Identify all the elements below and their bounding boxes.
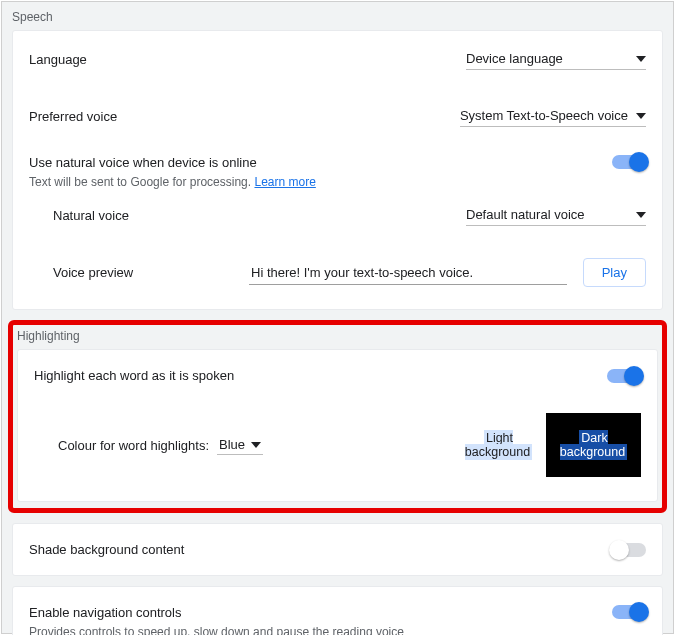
preferred-voice-value: System Text-to-Speech voice [460,108,628,123]
natural-voice-row: Natural voice Default natural voice [13,199,662,244]
shade-toggle[interactable] [612,543,646,557]
highlight-color-select[interactable]: Blue [217,435,263,455]
shade-row: Shade background content [13,524,662,575]
chevron-down-icon [251,442,261,448]
speech-section-title: Speech [2,2,673,30]
chevron-down-icon [636,56,646,62]
language-label: Language [29,52,87,67]
highlight-each-word-row: Highlight each word as it is spoken [18,350,657,401]
natural-voice-row-label: Natural voice [53,208,129,223]
highlight-color-row: Colour for word highlights: Blue Light b… [18,401,657,501]
learn-more-link[interactable]: Learn more [254,175,315,189]
speech-panel: Language Device language Preferred voice… [12,30,663,310]
nav-label: Enable navigation controls [29,605,612,620]
language-value: Device language [466,51,563,66]
natural-voice-select[interactable]: Default natural voice [466,205,646,226]
natural-voice-label: Use natural voice when device is online [29,155,612,170]
preview-light: Light background [451,413,546,477]
nav-sublabel: Provides controls to speed up, slow down… [29,625,612,635]
language-select[interactable]: Device language [466,49,646,70]
highlight-color-value: Blue [219,437,245,452]
nav-toggle[interactable] [612,605,646,619]
nav-panel: Enable navigation controls Provides cont… [12,586,663,635]
natural-voice-toggle-row: Use natural voice when device is online … [13,145,662,199]
highlight-previews: Light background Dark background [451,413,641,477]
preferred-voice-row: Preferred voice System Text-to-Speech vo… [13,88,662,145]
voice-preview-label: Voice preview [53,265,233,280]
settings-container: Speech Language Device language Preferre… [1,1,674,634]
highlighting-callout: Highlighting Highlight each word as it i… [8,320,667,513]
highlight-each-word-toggle[interactable] [607,369,641,383]
voice-preview-input[interactable] [249,261,567,285]
shade-panel: Shade background content [12,523,663,576]
highlighting-panel: Highlight each word as it is spoken Colo… [17,349,658,502]
natural-voice-toggle[interactable] [612,155,646,169]
play-button[interactable]: Play [583,258,646,287]
highlight-color-label: Colour for word highlights: [58,438,209,453]
voice-preview-row: Voice preview Play [13,244,662,309]
preferred-voice-select[interactable]: System Text-to-Speech voice [460,106,646,127]
highlight-each-word-label: Highlight each word as it is spoken [34,368,234,383]
preview-dark: Dark background [546,413,641,477]
highlighting-section-title: Highlighting [13,325,662,349]
preferred-voice-label: Preferred voice [29,109,117,124]
shade-label: Shade background content [29,542,184,557]
natural-voice-value: Default natural voice [466,207,585,222]
language-row: Language Device language [13,31,662,88]
chevron-down-icon [636,113,646,119]
nav-row: Enable navigation controls Provides cont… [13,587,662,635]
chevron-down-icon [636,212,646,218]
natural-voice-sublabel: Text will be sent to Google for processi… [29,175,612,189]
